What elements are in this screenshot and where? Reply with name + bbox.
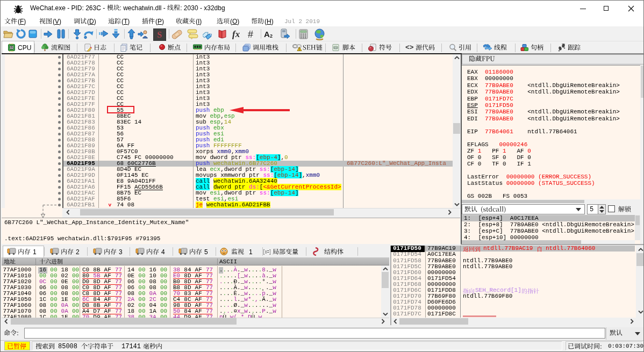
svg-text:[x=]: [x=] (263, 249, 271, 255)
svg-text:#: # (248, 29, 253, 39)
svg-text:S: S (158, 30, 162, 39)
svg-text:!: ! (299, 48, 300, 51)
svg-text:<>: <> (405, 44, 414, 51)
svg-text:32: 32 (10, 46, 14, 49)
svg-text:<>: <> (334, 46, 338, 50)
svg-text:fx: fx (232, 29, 240, 39)
svg-text:2: 2 (270, 33, 273, 39)
svg-text:A: A (264, 30, 270, 39)
